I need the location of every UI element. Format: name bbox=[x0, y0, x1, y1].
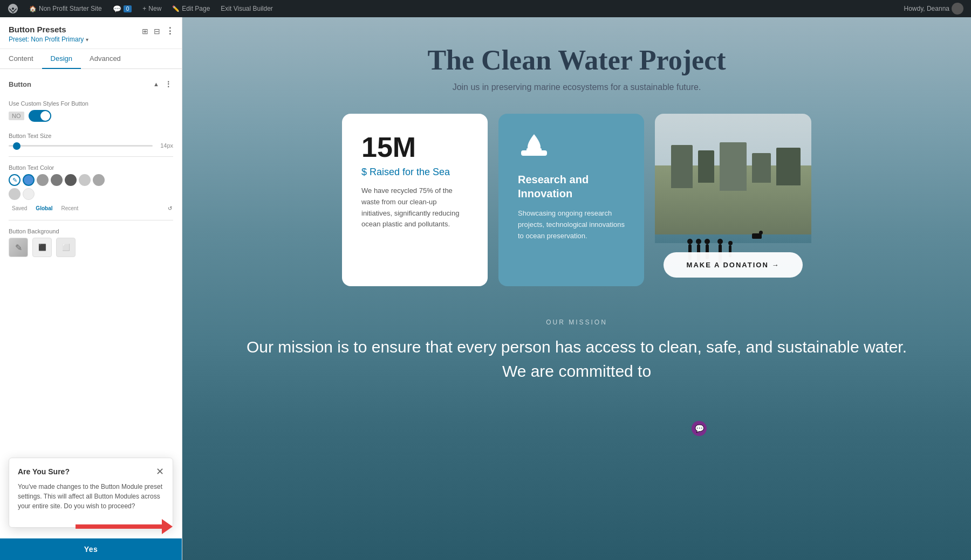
color-swatch-blue[interactable] bbox=[23, 174, 35, 186]
sidebar-panel: Button Presets Preset: Non Profit Primar… bbox=[0, 17, 182, 560]
new-label: New bbox=[148, 5, 161, 12]
bg-swatch-2[interactable]: ⬛ bbox=[32, 238, 52, 257]
custom-styles-toggle[interactable] bbox=[29, 110, 51, 122]
hero-title: The Clean Water Project bbox=[427, 44, 726, 76]
main-content: The Clean Water Project Join us in prese… bbox=[182, 17, 971, 560]
confirm-dialog-body: You've made changes to the Button Module… bbox=[18, 482, 164, 511]
research-card-desc: Showcasing ongoing research projects, te… bbox=[518, 208, 625, 241]
color-swatch-mid[interactable] bbox=[93, 174, 105, 186]
bg-field: Button Background ✎ ⬛ ⬜ bbox=[0, 223, 182, 262]
mission-text: Our mission is to ensure that every pers… bbox=[236, 335, 917, 383]
tab-design[interactable]: Design bbox=[42, 49, 81, 69]
new-link[interactable]: + New bbox=[139, 0, 165, 17]
stat-label: $ Raised for the Sea bbox=[361, 167, 468, 178]
color-swatches-row1: ✎ bbox=[9, 174, 173, 186]
text-color-field: Button Text Color ✎ Sav bbox=[0, 159, 182, 218]
mission-section: OUR MISSION Our mission is to ensure tha… bbox=[182, 319, 971, 383]
user-menu[interactable]: Howdy, Deanna bbox=[901, 0, 967, 17]
custom-styles-field: Use Custom Styles For Button NO bbox=[0, 95, 182, 127]
layout-icon-btn[interactable]: ⊟ bbox=[153, 26, 161, 37]
confirm-dialog: Are You Sure? ✕ You've made changes to t… bbox=[9, 458, 173, 528]
hero-subtitle: Join us in preserving marine ecosystems … bbox=[453, 82, 701, 92]
more-options-btn[interactable]: ⋮ bbox=[165, 25, 175, 37]
text-size-field: Button Text Size 14px bbox=[0, 127, 182, 154]
tab-content[interactable]: Content bbox=[0, 49, 42, 69]
color-swatch-lighter[interactable] bbox=[9, 188, 20, 200]
eyedropper-icon: ✎ bbox=[12, 177, 17, 184]
stat-desc: We have recycled 75% of the waste from o… bbox=[361, 185, 468, 230]
eyedropper-btn[interactable]: ✎ bbox=[9, 174, 20, 186]
page-content: The Clean Water Project Join us in prese… bbox=[182, 17, 971, 560]
svg-point-1 bbox=[12, 8, 14, 10]
admin-bar: 🏠 Non Profit Starter Site 💬 0 + New ✏️ E… bbox=[0, 0, 971, 17]
water-icon bbox=[518, 133, 625, 165]
color-swatch-gray1[interactable] bbox=[37, 174, 49, 186]
color-subtabs: Saved Global Recent ↺ bbox=[9, 204, 173, 212]
research-card-title: Research and Innovation bbox=[518, 172, 625, 201]
color-reset-btn[interactable]: ↺ bbox=[167, 204, 173, 212]
toggle-no-label: NO bbox=[9, 112, 24, 120]
slider-thumb bbox=[13, 142, 20, 150]
red-arrow-indicator bbox=[76, 519, 173, 534]
edit-page-label: Edit Page bbox=[182, 5, 210, 12]
howdy-text: Howdy, Deanna bbox=[904, 5, 950, 12]
arrow-head bbox=[162, 519, 173, 534]
bg-swatch-3[interactable]: ⬜ bbox=[56, 238, 76, 257]
text-size-value: 14px bbox=[157, 142, 173, 149]
buildings-layer bbox=[655, 140, 811, 191]
tab-advanced[interactable]: Advanced bbox=[81, 49, 129, 69]
dog-silhouette bbox=[752, 233, 762, 239]
slider-wrap: 14px bbox=[9, 142, 173, 149]
confirm-dialog-header: Are You Sure? ✕ bbox=[18, 467, 164, 476]
confirm-dialog-title: Are You Sure? bbox=[18, 467, 70, 476]
wp-icon bbox=[8, 3, 18, 14]
color-swatch-light[interactable] bbox=[79, 174, 91, 186]
sidebar-tabs: Content Design Advanced bbox=[0, 49, 182, 69]
section-title: Button bbox=[9, 80, 31, 88]
website-preview: The Clean Water Project Join us in prese… bbox=[182, 17, 971, 560]
color-swatch-dark[interactable] bbox=[65, 174, 77, 186]
button-section-header: Button ▲ ⋮ bbox=[0, 75, 182, 93]
comments-link[interactable]: 💬 0 bbox=[110, 0, 135, 17]
color-swatch-gray2[interactable] bbox=[51, 174, 63, 186]
exit-builder-link[interactable]: Exit Visual Builder bbox=[217, 0, 276, 17]
toggle-wrap: NO bbox=[9, 110, 173, 122]
color-subtab-recent[interactable]: Recent bbox=[58, 204, 81, 212]
color-subtab-global[interactable]: Global bbox=[32, 204, 56, 212]
divider bbox=[9, 156, 173, 157]
wp-logo-link[interactable] bbox=[4, 0, 22, 17]
responsive-icon-btn[interactable]: ⊞ bbox=[141, 26, 149, 37]
bg-swatch-1[interactable]: ✎ bbox=[9, 238, 28, 257]
cards-row: 15M $ Raised for the Sea We have recycle… bbox=[310, 114, 844, 286]
sidebar-subtitle-preset: Preset: Non Profit Primary bbox=[9, 36, 84, 43]
sidebar-header-actions: ⊞ ⊟ ⋮ bbox=[141, 25, 175, 37]
site-name: Non Profit Starter Site bbox=[39, 5, 102, 12]
text-size-label: Button Text Size bbox=[9, 133, 173, 139]
research-card: Research and Innovation Showcasing ongoi… bbox=[498, 114, 644, 286]
divider2 bbox=[9, 220, 173, 220]
collapse-button-btn[interactable]: ▲ bbox=[152, 79, 160, 89]
confirm-dialog-close-btn[interactable]: ✕ bbox=[156, 467, 164, 476]
custom-styles-label: Use Custom Styles For Button bbox=[9, 100, 173, 107]
exit-builder-label: Exit Visual Builder bbox=[221, 5, 273, 12]
donation-button[interactable]: MAKE A DONATION → bbox=[664, 252, 803, 278]
arrow-body bbox=[76, 524, 162, 529]
stat-number: 15M bbox=[361, 133, 468, 161]
more-button-btn[interactable]: ⋮ bbox=[163, 79, 173, 89]
site-name-link[interactable]: 🏠 Non Profit Starter Site bbox=[26, 0, 105, 17]
bg-label: Button Background bbox=[9, 228, 173, 234]
comment-count: 0 bbox=[124, 5, 132, 12]
text-size-slider[interactable] bbox=[9, 145, 153, 147]
color-swatches-row2 bbox=[9, 188, 173, 200]
mission-label: OUR MISSION bbox=[236, 319, 917, 326]
bg-swatches: ✎ ⬛ ⬜ bbox=[9, 238, 173, 257]
edit-page-link[interactable]: ✏️ Edit Page bbox=[169, 0, 213, 17]
water-hand-svg bbox=[518, 133, 550, 160]
text-color-label: Button Text Color bbox=[9, 164, 173, 171]
color-subtab-saved[interactable]: Saved bbox=[9, 204, 30, 212]
image-card: MAKE A DONATION → bbox=[655, 114, 811, 286]
stat-card: 15M $ Raised for the Sea We have recycle… bbox=[342, 114, 488, 286]
ocean-background: The Clean Water Project Join us in prese… bbox=[182, 17, 971, 560]
color-swatch-white[interactable] bbox=[23, 188, 35, 200]
yes-button[interactable]: Yes bbox=[0, 538, 182, 560]
